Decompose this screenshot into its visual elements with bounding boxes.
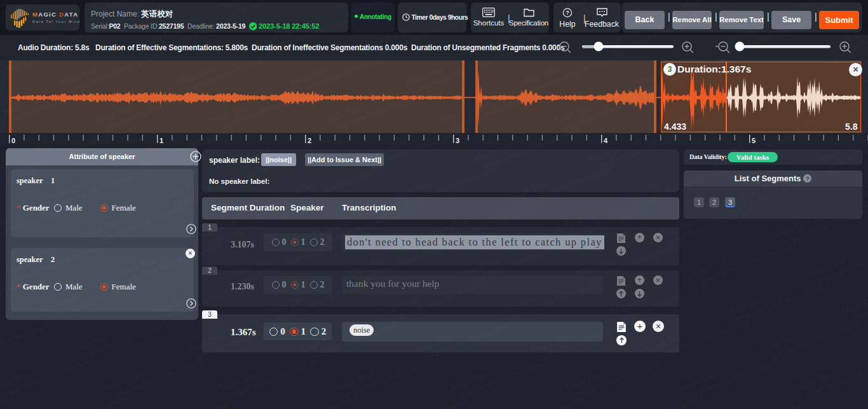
svg-text:5: 5 <box>752 137 756 144</box>
svg-text:0: 0 <box>11 137 15 144</box>
svg-text:2: 2 <box>308 137 311 144</box>
svg-text:?: ? <box>566 10 569 16</box>
svg-text:1: 1 <box>159 137 163 144</box>
svg-text:3: 3 <box>456 137 459 144</box>
svg-text:4: 4 <box>604 137 608 144</box>
